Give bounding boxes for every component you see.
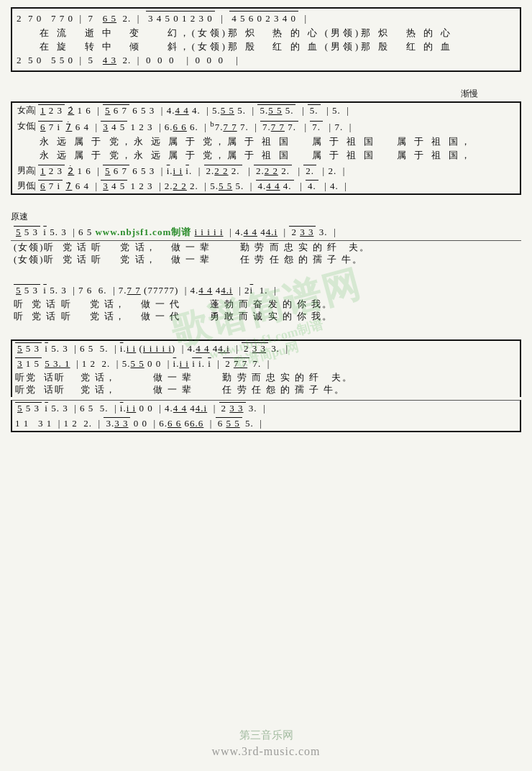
notes-nandi-1: 6 7 i 7̇ 6 4 | 3 4 5 1 2 3 | 2.2 2 2. | …: [38, 180, 517, 192]
section-group-4: 5 5 3 i 5. 3 | 7 6 6. | 7.7 7 (77777) | …: [11, 283, 521, 324]
notes-5-1: 5 5 3 i 5. 3 | 6 5 5. | i.i i (i i i i i…: [15, 342, 517, 355]
tempo-jianman: 渐慢: [11, 88, 521, 100]
label-nangao: 男高|: [15, 165, 38, 177]
label-nandi: 男低|: [15, 180, 38, 192]
watermark-bottom: www.3rd-music.com: [211, 745, 320, 758]
notes-5-4: 1 1 3 1 | 1 2 2. | 3.3 3 0 0 | 6.6 6 66.…: [15, 417, 517, 429]
lyrics-5a: 听党 话听 党 话， 做 一 辈 勤 劳 而 忠 实 的 纤 夫。: [15, 372, 517, 384]
notes-5-2: 3 1 5 5 3. 1 | 1 2 2. | 5.5 5 0 0 | i.i …: [15, 357, 517, 370]
lyrics-5b: 听党 话听 党 话， 做 一 辈 任 劳 任 怨 的 孺 子 牛。: [15, 384, 517, 396]
lyrics-4: 听 党 话 听 党 话， 做 一 代 蓬 勃 而 奋 发 的 你 我。 听 党 …: [11, 298, 521, 324]
section-group-3: 原速 5 5 3 i 5. 3 | 6 5 www.nbjsf1.com制谱 i…: [11, 211, 521, 267]
notes-4-1: 5 5 3 i 5. 3 | 7 6 6. | 7.7 7 (77777) | …: [14, 285, 277, 296]
spacer-4: [11, 329, 521, 339]
notes-5-3: 5 5 3 i 5. 3 | 6 5 5. | i.i i 0 0 | 4.4 …: [15, 402, 517, 414]
lyrics-yuansu-1a: (女领)听 党 话 听 党 话， 做 一 辈 勤 劳 而 忠 实 的 纤 夫。: [14, 242, 518, 254]
lyrics-row-1a: 在 流 逝 中 变 幻，(女领)那 炽 热 的 心 (男领)那 炽 热 的 心: [17, 27, 515, 40]
note-content-1: 2 7 0 7 7 0 | 7 6 5 2. | 3 4 5 0 1 2 3 0…: [17, 13, 307, 24]
row-4-1: 5 5 3 i 5. 3 | 7 6 6. | 7.7 7 (77777) | …: [11, 283, 521, 298]
label-nvdi: 女低|: [15, 120, 38, 132]
page: 歌谱简谱网 www.nbjsf1.com制谱 歌谱简pu网 第三音乐网 www.…: [0, 0, 532, 771]
lyrics-4b: 听 党 话 听 党 话， 做 一 代 勇 敢 而 诚 实 的 你 我。: [14, 311, 518, 323]
tempo-yuansu: 原速: [11, 211, 521, 223]
notes-row-1b: 2 5 0 5 5 0 | 5 4 3 2. | 0 0 0 | 0 0 0 |: [17, 53, 515, 68]
notes-yuansu-1: 5 5 3 i 5. 3 | 6 5 www.nbjsf1.com制谱 i i …: [14, 226, 518, 239]
notes-nvgao-1: 1 2 3 2̇ 1 6 | 5 6 7 6 5 3 | 4.4 4 4. | …: [38, 104, 517, 117]
note-content-1b: 2 5 0 5 5 0 | 5 4 3 2. | 0 0 0 | 0 0 0 |: [17, 55, 239, 65]
section-group-1: 2 7 0 7 7 0 | 7 6 5 2. | 3 4 5 0 1 2 3 0…: [11, 7, 521, 72]
lyrics-5: 听党 话听 党 话， 做 一 辈 勤 劳 而 忠 实 的 纤 夫。 听党 话听 …: [11, 371, 521, 397]
lyrics-yuansu-1: (女领)听 党 话 听 党 话， 做 一 辈 勤 劳 而 忠 实 的 纤 夫。 …: [11, 241, 521, 267]
spacer-3: [11, 273, 521, 283]
section-group-5: 5 5 3 i 5. 3 | 6 5 5. | i.i i (i i i i i…: [11, 339, 521, 432]
row-nandi-1: 男低| 6 7 i 7̇ 6 4 | 3 4 5 1 2 3 | 2.2 2 2…: [11, 178, 521, 195]
notes-nangao-1: 1 2 3 2̇ 1 6 | 5 6 7 6 5 3 | i.i i i. | …: [38, 165, 517, 177]
watermark-bottom2: 第三音乐网: [239, 729, 293, 742]
row-5-1: 5 5 3 i 5. 3 | 6 5 5. | i.i i (i i i i i…: [11, 339, 521, 356]
notes-row-1: 2 7 0 7 7 0 | 7 6 5 2. | 3 4 5 0 1 2 3 0…: [17, 11, 515, 27]
lyrics-4a: 听 党 话 听 党 话， 做 一 代 蓬 勃 而 奋 发 的 你 我。: [14, 298, 518, 311]
section-group-2: 渐慢 女高| 1 2 3 2̇ 1 6 | 5 6 7 6 5 3 | 4.4 …: [11, 88, 521, 195]
row-nangao-1: 男高| 1 2 3 2̇ 1 6 | 5 6 7 6 5 3 | i.i i i…: [11, 163, 521, 178]
row-yuansu-1: 5 5 3 i 5. 3 | 6 5 www.nbjsf1.com制谱 i i …: [11, 224, 521, 241]
spacer-1: [11, 78, 521, 88]
label-nvgao: 女高|: [15, 104, 38, 117]
lyrics-nv-1: 永 远 属 于 党，永 远 属 于 党，属 于 祖 国 属 于 祖 国 属 于 …: [40, 135, 517, 149]
row-nvgao-1: 女高| 1 2 3 2̇ 1 6 | 5 6 7 6 5 3 | 4.4 4 4…: [11, 101, 521, 118]
section-1: 2 7 0 7 7 0 | 7 6 5 2. | 3 4 5 0 1 2 3 0…: [11, 7, 521, 72]
row-5-4: 1 1 3 1 | 1 2 2. | 3.3 3 0 0 | 6.6 6 66.…: [11, 416, 521, 432]
row-5-2: 3 1 5 5 3. 1 | 1 2 2. | 5.5 5 0 0 | i.i …: [11, 356, 521, 371]
row-5-3: 5 5 3 i 5. 3 | 6 5 5. | i.i i 0 0 | 4.4 …: [11, 400, 521, 416]
lyrics-nv-2: 永 远 属 于 党，永 远 属 于 党，属 于 祖 国 属 于 祖 国 属 于 …: [40, 149, 517, 163]
spacer-2: [11, 201, 521, 211]
notes-nvdi-1: 6 7 i 7̇ 6 4 | 3 4 5 1 2 3 | 6.6 6 6. | …: [38, 119, 517, 133]
lyrics-yuansu-1b: (女领)听 党 话 听 党 话， 做 一 辈 任 劳 任 怨 的 孺 子 牛。: [14, 254, 518, 266]
lyrics-row-1b: 在 旋 转 中 倾 斜，(女领)那 殷 红 的 血 (男领)那 殷 红 的 血: [17, 40, 515, 54]
lyrics-section2-1: 永 远 属 于 党，永 远 属 于 党，属 于 祖 国 属 于 祖 国 属 于 …: [11, 134, 521, 163]
row-nvdi-1: 女低| 6 7 i 7̇ 6 4 | 3 4 5 1 2 3 | 6.6 6 6…: [11, 118, 521, 134]
